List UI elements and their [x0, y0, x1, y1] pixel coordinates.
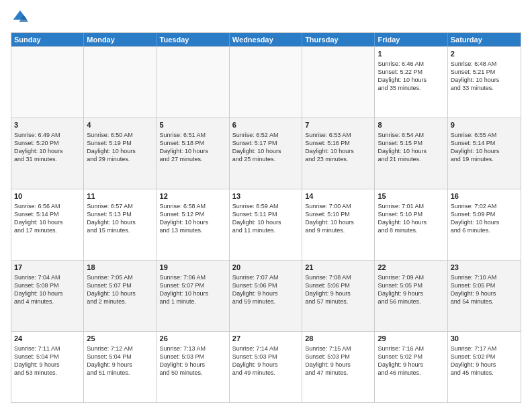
header [11, 8, 521, 27]
calendar-day-empty [302, 47, 375, 118]
calendar-row-4: 24Sunrise: 7:11 AM Sunset: 5:04 PM Dayli… [11, 331, 521, 402]
calendar-day-22: 22Sunrise: 7:09 AM Sunset: 5:05 PM Dayli… [375, 261, 447, 331]
day-number: 10 [14, 191, 81, 201]
calendar-header: SundayMondayTuesdayWednesdayThursdayFrid… [11, 33, 521, 46]
day-number: 21 [305, 263, 371, 273]
day-number: 18 [87, 263, 153, 273]
day-number: 16 [451, 191, 518, 201]
day-info: Sunrise: 6:46 AM Sunset: 5:22 PM Dayligh… [378, 60, 444, 93]
logo-icon [11, 8, 30, 27]
calendar-day-3: 3Sunrise: 6:49 AM Sunset: 5:20 PM Daylig… [11, 118, 84, 189]
day-info: Sunrise: 6:55 AM Sunset: 5:14 PM Dayligh… [451, 131, 518, 164]
day-number: 25 [87, 334, 153, 344]
calendar-day-25: 25Sunrise: 7:12 AM Sunset: 5:04 PM Dayli… [84, 332, 157, 402]
day-number: 1 [378, 49, 444, 59]
calendar-row-2: 10Sunrise: 6:56 AM Sunset: 5:14 PM Dayli… [11, 189, 521, 260]
day-number: 5 [160, 120, 226, 130]
calendar-day-20: 20Sunrise: 7:07 AM Sunset: 5:06 PM Dayli… [230, 261, 302, 331]
day-info: Sunrise: 7:12 AM Sunset: 5:04 PM Dayligh… [87, 345, 153, 377]
day-info: Sunrise: 6:48 AM Sunset: 5:21 PM Dayligh… [451, 60, 518, 93]
day-info: Sunrise: 6:50 AM Sunset: 5:19 PM Dayligh… [87, 131, 153, 164]
day-number: 11 [87, 191, 153, 201]
calendar-day-21: 21Sunrise: 7:08 AM Sunset: 5:06 PM Dayli… [302, 261, 375, 331]
calendar-day-empty [11, 47, 84, 118]
day-info: Sunrise: 6:51 AM Sunset: 5:18 PM Dayligh… [160, 131, 226, 164]
day-info: Sunrise: 7:04 AM Sunset: 5:08 PM Dayligh… [14, 273, 81, 306]
calendar-day-empty [157, 47, 230, 118]
day-number: 20 [232, 263, 299, 273]
weekday-header-thursday: Thursday [302, 33, 375, 46]
calendar-day-23: 23Sunrise: 7:10 AM Sunset: 5:05 PM Dayli… [448, 261, 521, 331]
day-number: 29 [378, 334, 444, 344]
calendar-day-5: 5Sunrise: 6:51 AM Sunset: 5:18 PM Daylig… [157, 118, 230, 189]
weekday-header-sunday: Sunday [11, 33, 84, 46]
day-number: 15 [378, 191, 444, 201]
day-number: 7 [305, 120, 371, 130]
day-info: Sunrise: 7:08 AM Sunset: 5:06 PM Dayligh… [305, 273, 371, 306]
calendar-day-15: 15Sunrise: 7:01 AM Sunset: 5:10 PM Dayli… [375, 189, 447, 260]
day-info: Sunrise: 7:16 AM Sunset: 5:02 PM Dayligh… [378, 345, 444, 377]
day-info: Sunrise: 6:56 AM Sunset: 5:14 PM Dayligh… [14, 202, 81, 235]
calendar-day-7: 7Sunrise: 6:53 AM Sunset: 5:16 PM Daylig… [302, 118, 375, 189]
day-number: 24 [14, 334, 81, 344]
day-info: Sunrise: 6:52 AM Sunset: 5:17 PM Dayligh… [232, 131, 299, 164]
weekday-header-monday: Monday [84, 33, 157, 46]
day-info: Sunrise: 6:53 AM Sunset: 5:16 PM Dayligh… [305, 131, 371, 164]
day-number: 8 [378, 120, 444, 130]
calendar-day-empty [84, 47, 157, 118]
calendar-day-empty [230, 47, 302, 118]
day-number: 13 [232, 191, 299, 201]
calendar-day-26: 26Sunrise: 7:13 AM Sunset: 5:03 PM Dayli… [157, 332, 230, 402]
calendar-day-29: 29Sunrise: 7:16 AM Sunset: 5:02 PM Dayli… [375, 332, 447, 402]
weekday-header-wednesday: Wednesday [230, 33, 302, 46]
calendar-row-1: 3Sunrise: 6:49 AM Sunset: 5:20 PM Daylig… [11, 118, 521, 189]
day-number: 27 [232, 334, 299, 344]
day-info: Sunrise: 7:13 AM Sunset: 5:03 PM Dayligh… [160, 345, 226, 377]
day-number: 22 [378, 263, 444, 273]
calendar-body: 1Sunrise: 6:46 AM Sunset: 5:22 PM Daylig… [11, 46, 521, 402]
weekday-header-saturday: Saturday [448, 33, 521, 46]
day-number: 17 [14, 263, 81, 273]
calendar-day-19: 19Sunrise: 7:06 AM Sunset: 5:07 PM Dayli… [157, 261, 230, 331]
calendar-day-10: 10Sunrise: 6:56 AM Sunset: 5:14 PM Dayli… [11, 189, 84, 260]
day-info: Sunrise: 7:05 AM Sunset: 5:07 PM Dayligh… [87, 273, 153, 306]
calendar-row-0: 1Sunrise: 6:46 AM Sunset: 5:22 PM Daylig… [11, 46, 521, 118]
day-number: 2 [451, 49, 518, 59]
day-info: Sunrise: 7:06 AM Sunset: 5:07 PM Dayligh… [160, 273, 226, 306]
calendar-day-9: 9Sunrise: 6:55 AM Sunset: 5:14 PM Daylig… [448, 118, 521, 189]
day-info: Sunrise: 7:10 AM Sunset: 5:05 PM Dayligh… [451, 273, 518, 306]
day-number: 6 [232, 120, 299, 130]
calendar-day-27: 27Sunrise: 7:14 AM Sunset: 5:03 PM Dayli… [230, 332, 302, 402]
day-info: Sunrise: 7:01 AM Sunset: 5:10 PM Dayligh… [378, 202, 444, 235]
day-info: Sunrise: 6:57 AM Sunset: 5:13 PM Dayligh… [87, 202, 153, 235]
day-info: Sunrise: 7:07 AM Sunset: 5:06 PM Dayligh… [232, 273, 299, 306]
calendar-day-13: 13Sunrise: 6:59 AM Sunset: 5:11 PM Dayli… [230, 189, 302, 260]
day-info: Sunrise: 7:17 AM Sunset: 5:02 PM Dayligh… [451, 345, 518, 377]
day-number: 12 [160, 191, 226, 201]
calendar-row-3: 17Sunrise: 7:04 AM Sunset: 5:08 PM Dayli… [11, 260, 521, 331]
day-number: 4 [87, 120, 153, 130]
calendar: SundayMondayTuesdayWednesdayThursdayFrid… [11, 32, 521, 403]
day-info: Sunrise: 7:02 AM Sunset: 5:09 PM Dayligh… [451, 202, 518, 235]
day-number: 28 [305, 334, 371, 344]
calendar-day-1: 1Sunrise: 6:46 AM Sunset: 5:22 PM Daylig… [375, 47, 447, 118]
day-info: Sunrise: 7:09 AM Sunset: 5:05 PM Dayligh… [378, 273, 444, 306]
day-number: 14 [305, 191, 371, 201]
weekday-header-friday: Friday [375, 33, 447, 46]
day-number: 30 [451, 334, 518, 344]
calendar-day-24: 24Sunrise: 7:11 AM Sunset: 5:04 PM Dayli… [11, 332, 84, 402]
calendar-day-14: 14Sunrise: 7:00 AM Sunset: 5:10 PM Dayli… [302, 189, 375, 260]
calendar-day-2: 2Sunrise: 6:48 AM Sunset: 5:21 PM Daylig… [448, 47, 521, 118]
day-number: 19 [160, 263, 226, 273]
calendar-day-18: 18Sunrise: 7:05 AM Sunset: 5:07 PM Dayli… [84, 261, 157, 331]
day-info: Sunrise: 7:00 AM Sunset: 5:10 PM Dayligh… [305, 202, 371, 235]
logo [11, 8, 32, 27]
day-number: 26 [160, 334, 226, 344]
calendar-day-11: 11Sunrise: 6:57 AM Sunset: 5:13 PM Dayli… [84, 189, 157, 260]
day-info: Sunrise: 6:59 AM Sunset: 5:11 PM Dayligh… [232, 202, 299, 235]
calendar-day-16: 16Sunrise: 7:02 AM Sunset: 5:09 PM Dayli… [448, 189, 521, 260]
day-info: Sunrise: 6:49 AM Sunset: 5:20 PM Dayligh… [14, 131, 81, 164]
calendar-day-8: 8Sunrise: 6:54 AM Sunset: 5:15 PM Daylig… [375, 118, 447, 189]
day-info: Sunrise: 7:14 AM Sunset: 5:03 PM Dayligh… [232, 345, 299, 377]
calendar-day-28: 28Sunrise: 7:15 AM Sunset: 5:03 PM Dayli… [302, 332, 375, 402]
